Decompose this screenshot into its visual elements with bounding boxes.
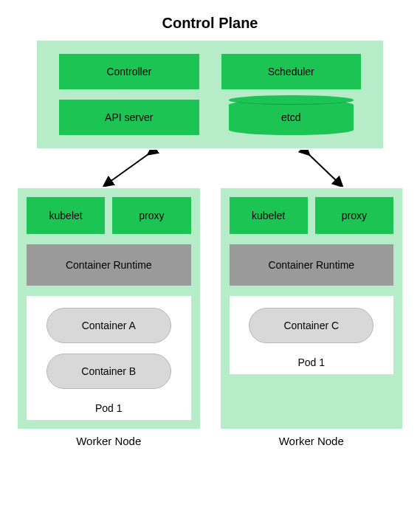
pod-box: Container A Container B Pod 1	[27, 296, 191, 420]
arrows-area	[15, 150, 405, 187]
kubelet-box: kubelet	[230, 197, 308, 234]
worker1-top: kubelet proxy	[27, 197, 191, 234]
proxy-box: proxy	[315, 197, 393, 234]
api-server-box: API server	[59, 100, 199, 135]
container-b-pill: Container B	[47, 354, 171, 389]
arrow-left-icon	[107, 152, 151, 184]
pod-box: Container C Pod 1	[230, 296, 394, 374]
container-c-pill: Container C	[249, 308, 373, 343]
proxy-box: proxy	[112, 197, 190, 234]
control-plane-title: Control Plane	[15, 15, 405, 32]
kubelet-box: kubelet	[27, 197, 105, 234]
control-plane-box: Controller API server Scheduler etcd	[37, 41, 383, 148]
worker2-top: kubelet proxy	[230, 197, 394, 234]
etcd-cylinder: etcd	[229, 100, 354, 135]
workers-row: kubelet proxy Container Runtime Containe…	[15, 188, 405, 429]
worker-labels-row: Worker Node Worker Node	[15, 429, 405, 447]
worker-node-label-1: Worker Node	[18, 435, 200, 447]
cp-right-col: Scheduler etcd	[221, 54, 362, 135]
container-runtime-box: Container Runtime	[230, 244, 394, 286]
arrows-svg	[15, 150, 405, 187]
worker-node-2: kubelet proxy Container Runtime Containe…	[221, 188, 403, 429]
worker-node-1: kubelet proxy Container Runtime Containe…	[18, 188, 200, 429]
etcd-label: etcd	[281, 111, 300, 123]
worker-node-label-2: Worker Node	[221, 435, 403, 447]
pod-label: Pod 1	[95, 402, 123, 414]
pod-label: Pod 1	[297, 356, 325, 368]
container-a-pill: Container A	[47, 308, 171, 343]
container-runtime-box: Container Runtime	[27, 244, 191, 286]
controller-box: Controller	[59, 54, 199, 89]
arrow-right-icon	[306, 152, 340, 184]
scheduler-box: Scheduler	[221, 54, 362, 89]
cp-left-col: Controller API server	[59, 54, 199, 135]
